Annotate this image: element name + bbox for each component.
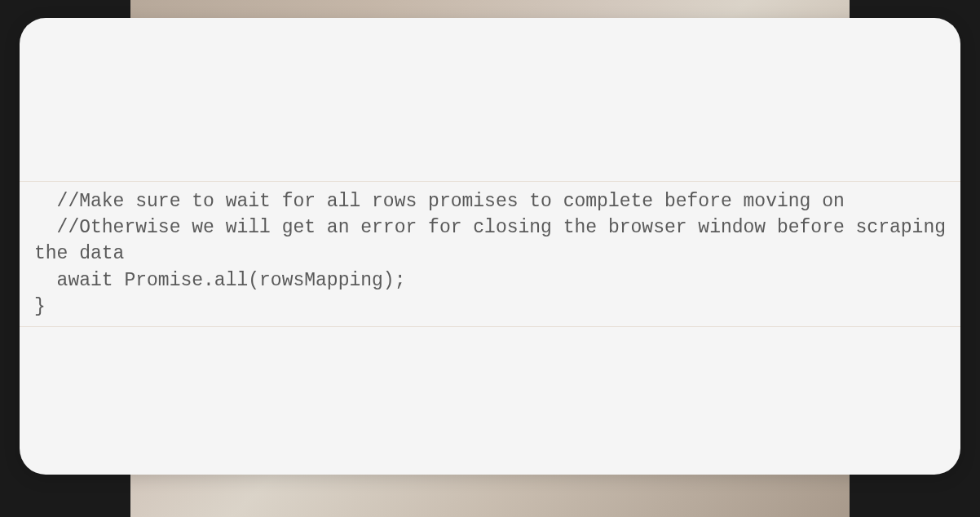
code-block: //Make sure to wait for all rows promise… xyxy=(20,181,960,327)
code-card: //Make sure to wait for all rows promise… xyxy=(20,18,960,475)
code-content: //Make sure to wait for all rows promise… xyxy=(34,188,946,320)
